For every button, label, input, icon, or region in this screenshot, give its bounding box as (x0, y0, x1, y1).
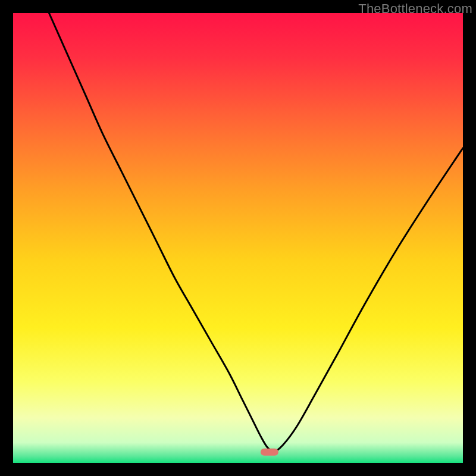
chart-frame (13, 13, 463, 463)
watermark-text: TheBottleneck.com (358, 1, 472, 17)
optimal-marker (261, 449, 278, 456)
bottleneck-plot (13, 13, 463, 463)
gradient-background (13, 13, 463, 463)
